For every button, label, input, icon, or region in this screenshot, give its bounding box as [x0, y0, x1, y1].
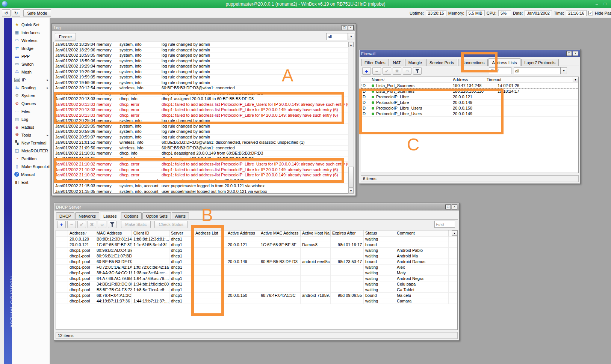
- log-row[interactable]: Jan/01/2002 21:10:01memorydhcp, infodhcp…: [54, 151, 348, 156]
- lease-filter-funnel-button[interactable]: [108, 221, 116, 228]
- column-header-address[interactable]: Address: [451, 77, 485, 83]
- firewall-close-button[interactable]: ×: [573, 51, 578, 56]
- sidebar-item-new-terminal[interactable]: ▚New Terminal: [12, 139, 50, 147]
- log-row[interactable]: Jan/01/2002 18:29:06memorysystem, infolo…: [54, 48, 348, 53]
- lease-row[interactable]: dhcp1-poolF0:72:8C:DE:42:1A1:f0:72:8c:de…: [56, 265, 457, 270]
- tab-dhcp-option-sets[interactable]: Option Sets: [142, 212, 171, 220]
- filter-funnel-button[interactable]: [413, 67, 422, 75]
- log-scrollbar[interactable]: ▲ ▼: [348, 42, 354, 194]
- sidebar-item-bridge[interactable]: ⇄Bridge: [12, 44, 50, 52]
- sidebar-item-make-supout-rif[interactable]: ▯Make Supout.rif: [12, 162, 50, 170]
- lease-row[interactable]: dhcp1-pool34:BB:1F:8D:DC:801:34:bb:1f:8d…: [56, 281, 457, 287]
- sidebar-item-wireless[interactable]: ◠Wireless: [12, 36, 50, 44]
- firewall-list-filter-combo[interactable]: [514, 67, 561, 74]
- lease-row[interactable]: dhcp1-pool44:19:B7:11:37:361:44:19:b7:11…: [56, 298, 457, 304]
- log-close-button[interactable]: ×: [348, 25, 354, 30]
- column-header-mac-address[interactable]: MAC Address: [95, 230, 132, 236]
- column-header-client-id[interactable]: Client ID: [132, 230, 169, 236]
- sidebar-item-quick-set[interactable]: ★Quick Set: [12, 21, 50, 29]
- tab-firewall-layer7-protocols[interactable]: Layer7 Protocols: [521, 59, 559, 66]
- sidebar-item-mesh[interactable]: ⁂Mesh: [12, 68, 50, 76]
- lease-row[interactable]: dhcp1-pool64:A7:69:AC:79:9B1:64:a7:69:ac…: [56, 276, 457, 281]
- log-row[interactable]: Jan/01/2002 18:29:04memorysystem, infolo…: [54, 42, 348, 48]
- tab-dhcp-networks[interactable]: Networks: [75, 212, 99, 220]
- sidebar-item-log[interactable]: ▤Log: [12, 115, 50, 123]
- tab-dhcp-alerts[interactable]: Alerts: [172, 212, 189, 220]
- enable-entry-button[interactable]: ✔: [383, 67, 391, 75]
- column-header-flag[interactable]: [521, 77, 573, 83]
- log-filter-dropdown-icon[interactable]: ▼: [348, 33, 354, 40]
- sidebar-item-ip[interactable]: 255IP▸: [12, 76, 50, 84]
- disable-lease-button[interactable]: ✖: [88, 221, 96, 228]
- tab-dhcp-options[interactable]: Options: [121, 212, 142, 220]
- sidebar-item-exit[interactable]: ◧Exit: [12, 178, 50, 186]
- log-row[interactable]: Jan/01/2002 21:15:05memorysystem, info, …: [54, 189, 348, 194]
- disable-entry-button[interactable]: ✖: [393, 67, 401, 75]
- check-status-button[interactable]: Check Status: [154, 221, 187, 228]
- tab-firewall-filter-rules[interactable]: Filter Rules: [361, 59, 389, 66]
- lease-comment-button[interactable]: ▭: [98, 221, 106, 228]
- lease-row[interactable]: dhcp1-pool60:BE:B5:B3:DF:D3dhcp120.0.0.1…: [56, 259, 457, 265]
- column-header-timeout[interactable]: Timeout: [485, 77, 521, 83]
- column-header-address[interactable]: Address∕: [68, 230, 95, 236]
- dhcp-close-button[interactable]: ×: [452, 205, 457, 209]
- sidebar-item-system[interactable]: ⚙System: [12, 92, 50, 99]
- column-header-server[interactable]: Server: [169, 230, 194, 236]
- column-header-status[interactable]: Status: [364, 230, 395, 236]
- column-header-flag[interactable]: [361, 77, 370, 83]
- firewall-filter-dropdown-icon[interactable]: ▼: [561, 67, 567, 74]
- log-row[interactable]: Jan/01/2002 20:59:07memorysystem, infolo…: [54, 135, 348, 140]
- address-list-row[interactable]: DLista_Port_Scanners190.47.134.2481d 02:…: [361, 83, 578, 89]
- sidebar-item-metarouter[interactable]: ◫MetaROUTER: [12, 147, 50, 155]
- safe-mode-button[interactable]: Safe Mode: [23, 9, 51, 17]
- log-row[interactable]: Jan/01/2002 20:29:05memorysystem, infolo…: [54, 124, 348, 129]
- log-row[interactable]: Jan/01/2002 20:12:54memorywireless, info…: [54, 86, 348, 91]
- sidebar-item-manual[interactable]: ?Manual: [12, 170, 50, 178]
- tab-firewall-service-ports[interactable]: Service Ports: [426, 59, 457, 66]
- log-row[interactable]: Jan/01/2002 19:59:05memorysystem, infolo…: [54, 75, 348, 80]
- dhcp-find-input[interactable]: [434, 221, 455, 228]
- firewall-maximize-button[interactable]: □: [566, 51, 572, 56]
- column-header-flag[interactable]: [56, 230, 68, 236]
- lease-row[interactable]: dhcp1-poolB8:5E:7B:C4:E8:731:b8:5e:7b:c4…: [56, 287, 457, 293]
- log-row[interactable]: Jan/01/2002 21:09:50memorywireless, info…: [54, 146, 348, 151]
- log-row[interactable]: Jan/01/2002 18:59:05memorysystem, infolo…: [54, 53, 348, 59]
- column-header-flag[interactable]: [449, 230, 452, 236]
- remove-entry-button[interactable]: −: [372, 67, 381, 75]
- add-entry-button[interactable]: +: [362, 67, 371, 75]
- hide-password-checkbox[interactable]: ✓: [588, 11, 593, 15]
- tab-dhcp-leases[interactable]: Leases: [100, 212, 120, 220]
- lease-row[interactable]: dhcp1-pool80:96:B1:E1:07:BDdhcp1waitingA…: [56, 253, 457, 259]
- tab-firewall-mangle[interactable]: Mangle: [405, 59, 425, 66]
- column-header-name[interactable]: Name∕: [370, 77, 451, 83]
- sidebar-item-partition[interactable]: ◔Partition: [12, 155, 50, 162]
- add-lease-button[interactable]: +: [57, 221, 66, 228]
- log-row[interactable]: Jan/01/2002 21:15:03memorysystem, info, …: [54, 184, 348, 189]
- sidebar-item-queues[interactable]: ⊘Queues: [12, 99, 50, 107]
- enable-lease-button[interactable]: ✔: [77, 221, 86, 228]
- lease-row[interactable]: 20.0.0.120B8:8D:12:3D:81:141:b8:8d:12:3d…: [56, 236, 457, 242]
- scroll-down-icon[interactable]: ▼: [348, 188, 354, 193]
- column-selector-button[interactable]: ▼: [573, 77, 578, 82]
- undo-button[interactable]: ↺: [2, 9, 11, 17]
- column-header-expires-after[interactable]: Expires After: [331, 230, 364, 236]
- log-row[interactable]: Jan/01/2002 19:29:04memorysystem, infolo…: [54, 64, 348, 69]
- lease-row[interactable]: dhcp1-pool68:76:4F:04:A1:3Cdhcp120.0.0.1…: [56, 293, 457, 298]
- dhcp-window-titlebar[interactable]: DHCP Server □ ×: [54, 203, 459, 211]
- sidebar-item-radius[interactable]: ☻Radius: [12, 123, 50, 131]
- column-header-active-mac-address[interactable]: Active MAC Address: [259, 230, 301, 236]
- log-filter-combo[interactable]: [326, 33, 348, 40]
- minimize-button[interactable]: –: [594, 2, 600, 7]
- tab-firewall-nat[interactable]: NAT: [390, 59, 404, 66]
- scroll-up-icon[interactable]: ▲: [348, 42, 354, 47]
- sidebar-item-files[interactable]: ▱Files: [12, 107, 50, 115]
- lease-row[interactable]: dhcp1-pool80:96:B1:AD:C4:BEdhcp1waitingA…: [56, 248, 457, 253]
- sidebar-item-tools[interactable]: ⚒Tools▸: [12, 131, 50, 139]
- comment-button[interactable]: ▭: [403, 67, 411, 75]
- sidebar-item-interfaces[interactable]: ▦Interfaces: [12, 29, 50, 36]
- lease-row[interactable]: dhcp1-pool38:AA:3C:64:CC:1B1:38:aa:3c:64…: [56, 270, 457, 276]
- redo-button[interactable]: ↻: [12, 9, 20, 17]
- tab-dhcp-dhcp[interactable]: DHCP: [56, 212, 74, 220]
- sidebar-item-ppp[interactable]: ▬PPP: [12, 52, 50, 60]
- column-selector-button[interactable]: ▼: [452, 230, 457, 236]
